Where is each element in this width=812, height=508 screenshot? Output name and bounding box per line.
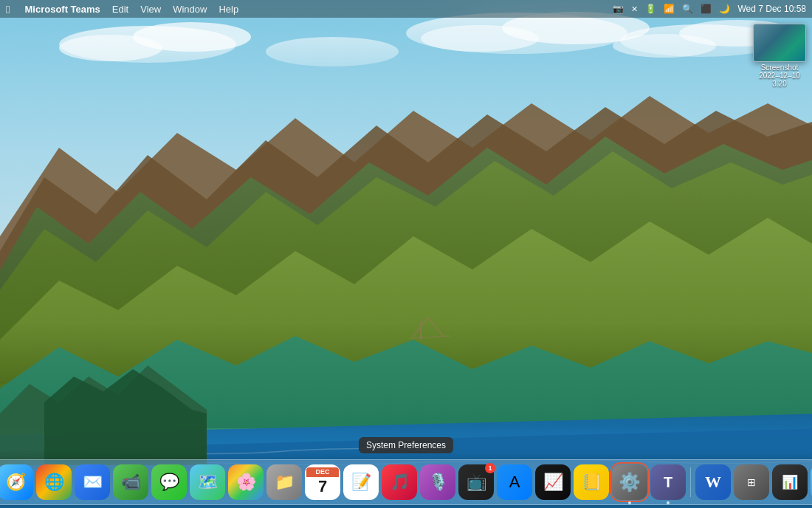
music-icon: 🎵 [390,473,410,492]
screenshot-label: Screenshot 2022–12–10 3.20 [753,64,806,88]
apple-logo-icon[interactable]:  [6,3,10,16]
menu-view[interactable]: View [140,4,161,15]
dock-maps[interactable]: 🗺️ [190,464,225,500]
screenshot-thumb-image [754,24,805,61]
dock-calendar[interactable]: DEC7 [305,464,340,500]
sysprefs-icon: ⚙️ [619,472,641,492]
dock: 🖥️ ⠿ 🧭 🌐 ✉️ 📹 💬 🗺️ [0,459,812,505]
notes-icon: 📒 [582,473,602,492]
dock-podcasts[interactable]: 🎙️ [420,464,455,500]
dock-notes[interactable]: 📒 [574,464,609,500]
spotlight-icon[interactable]: 🔍 [682,4,693,14]
maps-icon: 🗺️ [198,473,218,492]
battery-icon[interactable]: 🔋 [645,4,656,14]
dock-safari[interactable]: 🧭 [0,464,33,500]
focus-icon[interactable]: 🌙 [719,4,730,14]
appletv-badge: 1 [485,463,495,473]
appstore-icon: A [509,473,520,492]
dock-files[interactable]: 📁 [266,464,302,500]
dock-chrome[interactable]: 🌐 [36,464,72,500]
dock-container: System Preferences 🖥️ ⠿ 🧭 🌐 ✉️ 📹 � [0,459,812,505]
dock-appletv[interactable]: 📺 1 [458,464,494,500]
appletv-icon: 📺 [467,473,486,492]
mail-icon: ✉️ [83,473,103,492]
stocks-icon: 📈 [543,473,563,492]
datetime-display: Wed 7 Dec 10:58 [737,4,806,14]
dock-reminders[interactable]: 📝 [343,464,379,500]
menubar:  Microsoft Teams Edit View Window Help … [0,0,812,18]
desktop-background [0,0,812,508]
bluetooth-icon[interactable]: ✕ [631,4,638,14]
dock-stocks[interactable]: 📈 [535,464,571,500]
menubar-left:  Microsoft Teams Edit View Window Help [6,3,238,16]
dock-controlcenter[interactable]: ⊞ [734,464,769,500]
dock-mail[interactable]: ✉️ [75,464,110,500]
chrome-icon: 🌐 [44,473,64,492]
facetime-icon: 📹 [121,473,141,492]
menu-help[interactable]: Help [219,4,238,15]
dock-word[interactable]: W [695,464,731,500]
dock-sysprefs[interactable]: ⚙️ [612,464,647,500]
reminders-icon: 📝 [351,473,371,492]
teams-dot [667,501,670,504]
dock-music[interactable]: 🎵 [382,464,417,500]
screenrecord-icon[interactable]: ⬛ [701,4,712,14]
screenshot-thumbnail[interactable] [753,24,806,62]
menu-edit[interactable]: Edit [112,4,128,15]
dock-appstore[interactable]: A [497,464,532,500]
dock-facetime[interactable]: 📹 [113,464,148,500]
activity-icon: 📊 [782,474,798,490]
active-app-name[interactable]: Microsoft Teams [24,4,100,15]
teams-icon: T [664,474,672,491]
files-icon: 📁 [275,473,295,492]
menu-window[interactable]: Window [173,4,207,15]
dock-messages[interactable]: 💬 [151,464,187,500]
word-icon: W [705,473,721,492]
wifi-icon[interactable]: 📶 [664,4,675,14]
messages-icon: 💬 [159,473,179,492]
calendar-icon: DEC7 [306,467,339,496]
dock-teams[interactable]: T [650,464,686,500]
safari-icon: 🧭 [6,473,26,492]
dock-activity[interactable]: 📊 [772,464,808,500]
sysprefs-dot [628,501,631,504]
dock-separator [690,467,691,497]
dock-photos[interactable]: 🌸 [228,464,264,500]
controlcenter-icon: ⊞ [747,476,756,488]
podcasts-icon: 🎙️ [428,473,448,492]
photos-icon: 🌸 [236,473,256,492]
menubar-right: 📷 ✕ 🔋 📶 🔍 ⬛ 🌙 Wed 7 Dec 10:58 [613,4,806,14]
camera-icon[interactable]: 📷 [613,4,624,14]
